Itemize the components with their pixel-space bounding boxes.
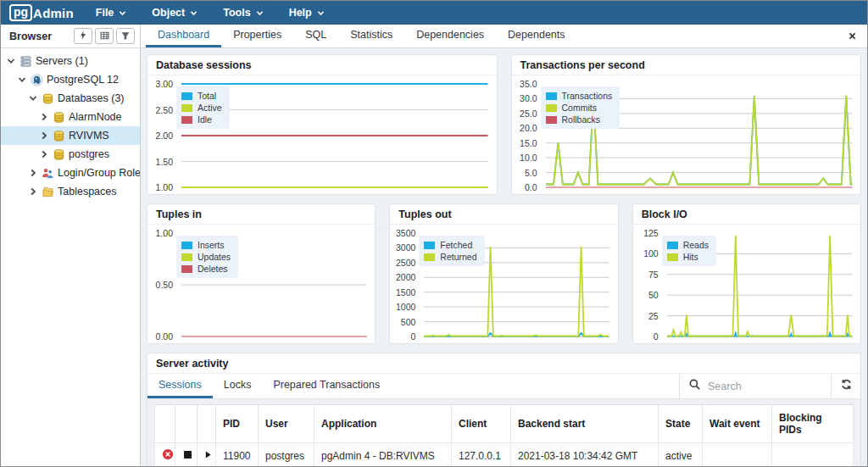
activity-tab-locks[interactable]: Locks [213,374,263,398]
tree-item-rvivms[interactable]: RVIVMS [1,126,140,145]
database-icon [53,130,65,142]
refresh-button[interactable] [832,374,860,398]
tree-item-label: Login/Group Roles [58,167,141,179]
tab-sql[interactable]: SQL [293,25,338,47]
chart-legend: FetchedReturned [419,236,484,266]
tab-dependencies[interactable]: Dependencies [404,25,496,47]
tree-item-alarmnode[interactable]: AlarmNode [1,108,140,126]
tab-label: Dashboard [158,29,209,41]
tree-item-servers-1-[interactable]: Servers (1) [1,52,140,70]
search-input[interactable] [708,381,810,392]
table-row: 11900postgrespgAdmin 4 - DB:RVIVMS127.0.… [155,443,854,467]
tab-label: SQL [305,29,326,41]
legend-item: Active [181,103,222,113]
legend-item: Updates [181,252,231,262]
chart-legend: ReadsHits [662,236,716,266]
column-header-client: Client [452,405,511,443]
y-tick-label: 2.50 [156,105,173,115]
legend-item: Transactions [546,91,613,101]
tab-statistics[interactable]: Statistics [338,25,404,47]
legend-swatch [424,253,435,261]
search-box [680,378,831,394]
y-tick-label: 35.0 [520,79,537,89]
chevron-right-icon[interactable] [39,149,49,159]
y-tick-label: 0.50 [156,280,173,290]
terminate-icon[interactable] [155,443,175,467]
legend-item: Reads [667,240,709,250]
block-io-chart: 1251007550250ReadsHits [633,225,860,343]
y-tick-label: 500 [401,317,416,327]
tree-item-label: PostgreSQL 12 [47,74,119,86]
server-activity-tabs: SessionsLocksPrepared Transactions [147,374,391,398]
legend-swatch [667,253,678,261]
chevron-right-icon[interactable] [28,168,38,178]
menu-tools[interactable]: Tools [223,7,263,19]
menu-file[interactable]: File [96,7,127,19]
lightning-button[interactable] [74,28,92,44]
legend-swatch [181,92,192,100]
column-header-backend-start: Backend start [511,405,659,443]
y-axis: 1.000.500.00 [147,233,176,336]
tab-label: Dependencies [416,29,484,41]
chevron-down-icon[interactable] [28,93,38,103]
object-tree: Servers (1)PostgreSQL 12Databases (3)Ala… [1,52,140,201]
menu-label: File [96,7,114,19]
tree-item-tablespaces[interactable]: Tablespaces [1,182,140,201]
legend-swatch [181,116,192,124]
y-tick-label: 25 [648,311,659,321]
table-cell: 127.0.0.1 [452,443,511,467]
database-sessions-chart: 3.002.502.001.501.00TotalActiveIdle [147,75,497,194]
search-icon [688,378,701,394]
legend-item: Commits [546,103,613,113]
chevron-right-icon[interactable] [39,112,49,122]
tree-item-label: RVIVMS [69,130,109,142]
tab-dashboard[interactable]: Dashboard [146,25,221,47]
chevron-right-icon[interactable] [39,131,49,141]
chevron-down-icon[interactable] [17,75,27,85]
chevron-down-icon[interactable] [6,56,16,66]
browser-panel-header: Browser [1,25,141,47]
tab-properties[interactable]: Properties [221,25,293,47]
pgadmin-logo[interactable]: pg Admin [9,4,74,21]
logo-admin-text: Admin [33,6,74,20]
panel-tuples-out: Tuples out 3500300025002000150010005000F… [389,203,618,344]
tree-item-postgres[interactable]: postgres [1,145,140,164]
logo-pg-badge: pg [9,4,32,21]
servers-icon [19,55,32,68]
tab-dependents[interactable]: Dependents [496,25,576,47]
roles-icon [42,167,54,180]
legend-swatch [546,116,557,124]
activity-tab-prepared-transactions[interactable]: Prepared Transactions [262,374,391,398]
table-cell: 11900 [216,443,259,467]
menu-help[interactable]: Help [289,7,325,19]
cancel-icon[interactable] [175,443,198,467]
table-cell [772,443,854,467]
legend-label: Updates [198,252,231,262]
legend-label: Inserts [198,240,225,250]
activity-tab-sessions[interactable]: Sessions [147,374,213,398]
tree-item-login-group-roles[interactable]: Login/Group Roles [1,164,140,182]
y-tick-label: 1.50 [156,157,173,167]
filter-button[interactable] [116,28,135,44]
legend-label: Commits [562,103,597,113]
y-tick-label: 3.00 [156,79,173,89]
caret-down-icon [190,7,198,19]
details-icon[interactable] [198,443,216,467]
table-cell: 2021-03-18 10:34:42 GMT [511,443,659,467]
server-activity-section: Server activity SessionsLocksPrepared Tr… [147,353,861,466]
table-cell [703,443,772,467]
chevron-right-icon[interactable] [28,186,38,197]
y-tick-label: 2000 [396,272,415,282]
grid-button[interactable] [95,28,114,44]
tree-item-postgresql-12[interactable]: PostgreSQL 12 [1,70,140,89]
y-tick-label: 2.00 [156,131,173,141]
transactions-per-second-chart: 35.030.025.020.015.010.05.00.0Transactio… [512,75,861,194]
browser-tree-panel: Servers (1)PostgreSQL 12Databases (3)Ala… [1,48,141,466]
y-axis: 35.030.025.020.015.010.05.00.0 [512,84,541,187]
close-panel-icon[interactable] [848,25,857,47]
activity-tab-label: Locks [224,379,252,391]
y-axis: 3500300025002000150010005000 [390,233,419,336]
menu-object[interactable]: Object [152,7,198,19]
tree-item-databases-3-[interactable]: Databases (3) [1,89,140,108]
chart-title: Database sessions [147,55,497,75]
